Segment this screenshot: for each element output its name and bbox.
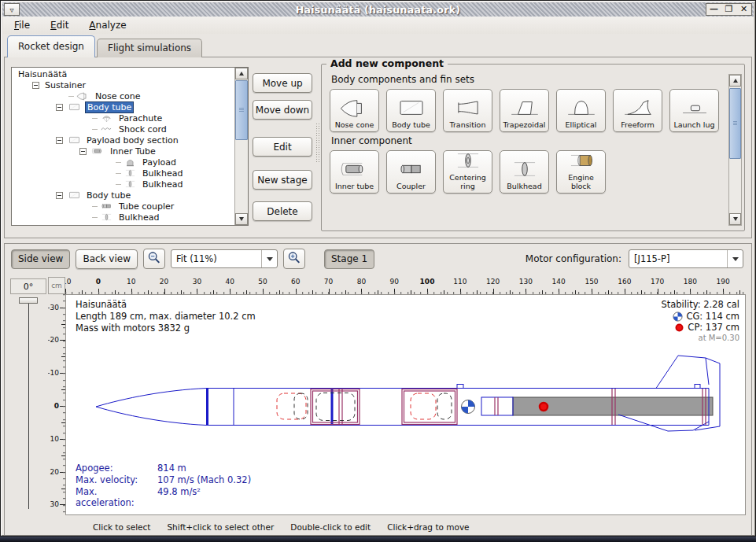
rotation-slider-handle[interactable] [19,297,38,304]
splitter-handle[interactable] [315,123,320,162]
add-body-tube-button[interactable]: Body tube [386,89,436,132]
component-button-label: Trapezoidal [503,121,546,129]
tree-row-inner-tube[interactable]: Inner Tube [12,146,234,157]
tree-item-label[interactable]: Body tube [85,190,132,201]
rotation-slider[interactable] [10,297,46,512]
tree-item-label[interactable]: Tube coupler [117,201,175,212]
tree-scroll-thumb[interactable] [235,80,248,140]
tree-row-haisun-t-[interactable]: Haisunäätä [12,68,234,79]
horizontal-ruler: -100102030405060708090100110120130140150… [65,277,746,294]
tree-row-parachute[interactable]: Parachute [12,112,234,124]
tree-row-body-tube[interactable]: Body tube [12,101,234,112]
collapse-icon[interactable] [79,148,87,155]
tree-item-label[interactable]: Bulkhead [117,212,160,223]
move-down-button[interactable]: Move down [253,100,312,120]
add-trapezoidal-button[interactable]: Trapezoidal [500,89,549,132]
tree-row-bulkhead[interactable]: Bulkhead [12,212,234,223]
minimize-button[interactable]: — [706,4,721,15]
stage-1-toggle[interactable]: Stage 1 [324,249,374,269]
component-button-label: Inner tube [335,183,374,190]
tree-row-payload[interactable]: Payload [12,157,234,168]
tree-list[interactable]: HaisunäätäSustainerNose coneBody tubePar… [12,68,234,225]
component-button-label: Coupler [396,183,426,190]
component-scroll-track[interactable] [729,87,741,213]
maximize-button[interactable]: ❐ [721,4,736,15]
component-scroll-thumb[interactable] [729,88,741,159]
add-engine-block-button[interactable]: Engine block [556,150,606,194]
tree-row-tube-coupler[interactable]: Tube coupler [12,201,234,212]
tree-item-label[interactable]: Sustainer [43,80,87,90]
rocket-canvas[interactable]: Haisunäätä Length 189 cm, max. diameter … [65,294,746,515]
tree-row-shock-cord[interactable]: Shock cord [12,124,234,135]
add-transition-button[interactable]: Transition [443,89,492,132]
add-nose-cone-button[interactable]: Nose cone [330,89,379,132]
group-title: Add new component [326,57,448,69]
tree-row-payload-body-section[interactable]: Payload body section [12,135,234,146]
flight-value: 814 m [157,463,251,474]
delete-button[interactable]: Delete [253,201,312,221]
tree-row-body-tube[interactable]: Body tube [12,190,234,201]
add-launch-lug-button[interactable]: Launch lug [669,89,719,132]
add-elliptical-button[interactable]: Elliptical [556,89,606,132]
add-centering-ring-button[interactable]: Centering ring [443,150,492,194]
side-view-button[interactable]: Side view [11,249,70,269]
scroll-down-icon[interactable] [729,213,741,225]
chevron-down-icon [261,250,277,267]
tree-scroll-track[interactable] [235,79,248,213]
tab-rocket-design[interactable]: Rocket design [7,35,95,57]
add-coupler-button[interactable]: Coupler [386,150,436,194]
flight-value: 107 m/s (Mach 0.32) [157,474,251,485]
tree-scrollbar[interactable] [234,68,248,225]
collapse-icon[interactable] [56,192,63,199]
tree-row-bulkhead[interactable]: Bulkhead [12,179,234,190]
scroll-down-icon[interactable] [235,213,248,225]
tree-item-label[interactable]: Payload [141,157,178,168]
tree-item-label[interactable]: Nose cone [94,91,142,101]
tree-row-nose-cone[interactable]: Nose cone [12,90,234,101]
tree-item-label[interactable]: Body tube [85,101,134,113]
motor-config-select[interactable]: [J115-P] [629,249,743,268]
add-inner-tube-button[interactable]: Inner tube [330,150,379,194]
tree-item-label[interactable]: Bulkhead [141,179,184,190]
window-menu-button[interactable]: ▿ [4,3,20,16]
rocket-name: Haisunäätä [76,299,256,311]
component-button-label: Transition [450,121,486,129]
menu-analyze[interactable]: Analyze [89,20,126,31]
collapse-icon[interactable] [32,82,39,89]
cp-icon [674,323,684,333]
new-stage-button[interactable]: New stage [253,170,312,190]
innertube-icon [337,158,372,183]
tree-item-label[interactable]: Inner Tube [109,146,157,157]
back-view-button[interactable]: Back view [76,249,138,269]
component-button-label: Elliptical [566,121,597,129]
tree-item-label[interactable]: Shock cord [117,124,168,135]
tree-row-bulkhead[interactable]: Bulkhead [12,168,234,179]
zoom-in-button[interactable] [283,249,305,269]
tree-item-label[interactable]: Bulkhead [141,168,184,179]
component-button-label: Centering ring [444,174,491,190]
component-button-label: Nose cone [335,121,374,129]
collapse-icon[interactable] [56,104,63,111]
menu-edit[interactable]: Edit [50,20,68,31]
tree-item-label[interactable]: Parachute [117,113,164,124]
menu-file[interactable]: File [14,20,30,31]
titlebar[interactable]: ▿ Haisunäätä (haisunaata.ork) — ❐ ✕ [2,2,754,17]
component-button-label: Bulkhead [507,183,541,190]
tree-item-label[interactable]: Haisunäätä [17,69,68,79]
collapse-icon[interactable] [56,137,63,144]
move-up-button[interactable]: Move up [253,73,312,93]
tree-row-sustainer[interactable]: Sustainer [12,79,234,90]
component-tree[interactable]: HaisunäätäSustainerNose coneBody tubePar… [11,67,249,226]
edit-button[interactable]: Edit [253,137,312,157]
tree-item-label[interactable]: Payload body section [85,135,180,146]
scroll-up-icon[interactable] [235,68,248,79]
zoom-out-button[interactable] [143,249,165,269]
component-scrollbar[interactable] [728,74,742,226]
add-freeform-button[interactable]: Freeform [613,89,662,132]
bodytube-icon [67,102,82,112]
tab-flight-simulations[interactable]: Flight simulations [97,39,202,57]
zoom-fit-select[interactable]: Fit (11%) [171,249,278,268]
scroll-up-icon[interactable] [729,75,741,87]
add-bulkhead-button[interactable]: Bulkhead [500,150,549,194]
close-button[interactable]: ✕ [736,4,751,15]
